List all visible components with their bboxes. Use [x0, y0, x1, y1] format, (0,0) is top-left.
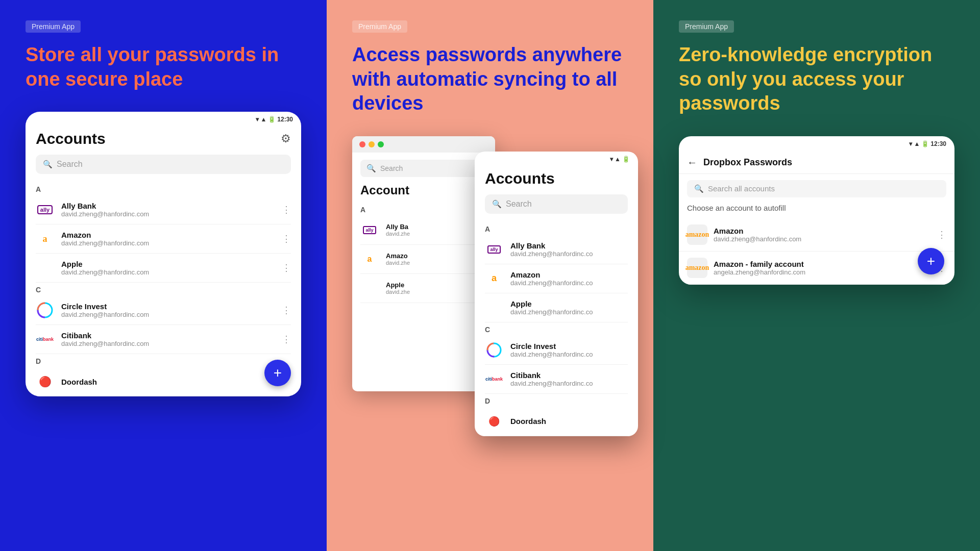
circle-item-left[interactable]: Circle Invest david.zheng@hanfordinc.com…	[36, 296, 291, 325]
left-phone-content: Accounts ⚙ 🔍 Search A ally Ally Bank dav…	[26, 125, 301, 396]
right-battery-icon: 🔋	[921, 140, 929, 147]
mid-amazon-logo: a	[485, 269, 503, 288]
desktop-search-bar[interactable]: 🔍 Search	[360, 160, 487, 177]
back-arrow-icon[interactable]: ←	[687, 157, 697, 168]
mid-citi-info: Citibank david.zheng@hanfordinc.co	[510, 371, 628, 387]
circle-logo-left	[36, 301, 54, 319]
section-d-middle: D	[485, 394, 628, 407]
doordash-logo-left: 🔴	[36, 372, 54, 391]
dropbox-title: Dropbox Passwords	[703, 157, 792, 168]
close-dot[interactable]	[359, 141, 365, 147]
left-search-icon: 🔍	[43, 160, 53, 169]
citi-item-left[interactable]: citibank Citibank david.zheng@hanfordinc…	[36, 325, 291, 354]
left-fab-button[interactable]: +	[264, 360, 291, 386]
right-search-bar[interactable]: 🔍 Search all accounts	[687, 180, 946, 197]
amazon-item-left[interactable]: a Amazon david.zheng@hanfordinc.com ⋮	[36, 224, 291, 254]
minimize-dot[interactable]	[369, 141, 375, 147]
amazon-family-autofill-icon: amazon	[687, 258, 707, 278]
ally-dots-left[interactable]: ⋮	[282, 204, 291, 215]
left-search-text: Search	[57, 160, 83, 169]
middle-search-bar[interactable]: 🔍 Search	[485, 194, 628, 214]
citi-dots-left[interactable]: ⋮	[282, 334, 291, 345]
mid-apple-info: Apple david.zheng@hanfordinc.co	[510, 299, 628, 316]
mid-battery-icon: 🔋	[622, 156, 630, 163]
maximize-dot[interactable]	[378, 141, 384, 147]
right-phone-mockup: ▾ ▲ 🔋 12:30 ← Dropbox Passwords 🔍 Search…	[679, 136, 954, 285]
doordash-item-left[interactable]: 🔴 Doordash	[36, 367, 291, 396]
mid-circle-item[interactable]: Circle Invest david.zheng@hanfordinc.co	[485, 336, 628, 365]
mid-citi-item[interactable]: citibank Citibank david.zheng@hanfordinc…	[485, 365, 628, 394]
mid-ally-item[interactable]: ally Ally Bank david.zheng@hanfordinc.co	[485, 235, 628, 264]
left-search-bar[interactable]: 🔍 Search	[36, 155, 291, 174]
mid-apple-logo	[485, 298, 503, 317]
mid-apple-item[interactable]: Apple david.zheng@hanfordinc.co	[485, 293, 628, 322]
left-time: 12:30	[277, 116, 293, 123]
amazon-family-autofill-item[interactable]: amazon Amazon - family account angela.zh…	[679, 252, 954, 285]
left-accounts-header: Accounts ⚙	[36, 125, 291, 155]
amazon-autofill-dots[interactable]: ⋮	[937, 229, 946, 240]
desktop-accounts-title: Account	[360, 183, 487, 197]
mid-signal-icon: ▲	[615, 156, 621, 163]
desktop-ally-logo: ally	[360, 221, 379, 239]
mid-wifi-icon: ▾	[610, 156, 613, 163]
section-c-middle: C	[485, 322, 628, 336]
desktop-search-text: Search	[380, 164, 403, 172]
section-a-middle: A	[485, 222, 628, 235]
wifi-icon: ▾	[256, 116, 259, 123]
apple-dots-left[interactable]: ⋮	[282, 262, 291, 273]
left-panel: Premium App Store all your passwords in …	[0, 0, 327, 551]
left-status-bar: ▾ ▲ 🔋 12:30	[26, 112, 301, 125]
left-accounts-title: Accounts	[36, 130, 106, 147]
section-c-left: C	[36, 283, 291, 296]
desktop-apple-item[interactable]: Apple david.zhe	[360, 274, 487, 303]
left-fab-icon: +	[274, 365, 282, 381]
desktop-search-icon: 🔍	[366, 164, 376, 173]
mid-doordash-info: Doordash	[510, 417, 628, 425]
middle-status-bar: ▾ ▲ 🔋	[475, 152, 638, 165]
mid-doordash-logo: 🔴	[485, 412, 503, 431]
middle-phone-content: Accounts 🔍 Search A ally Ally Bank david…	[475, 165, 638, 436]
right-status-icons: ▾ ▲ 🔋 12:30	[909, 140, 946, 147]
mid-ally-logo: ally	[485, 240, 503, 259]
battery-icon: 🔋	[268, 116, 276, 123]
apple-item-left[interactable]: Apple david.zheng@hanfordinc.com ⋮	[36, 254, 291, 283]
right-search-text: Search all accounts	[708, 184, 775, 193]
right-wifi-icon: ▾	[909, 140, 912, 147]
middle-search-text: Search	[506, 199, 532, 209]
right-search-icon: 🔍	[694, 184, 704, 193]
mid-circle-info: Circle Invest david.zheng@hanfordinc.co	[510, 342, 628, 358]
citi-logo-left: citibank	[36, 330, 54, 348]
desktop-mockup: 🔍 Search Account A ally Ally Ba david.zh…	[352, 136, 495, 391]
desktop-ally-item[interactable]: ally Ally Ba david.zhe	[360, 216, 487, 245]
premium-badge-right: Premium App	[679, 20, 734, 33]
desktop-titlebar	[352, 136, 495, 153]
amazon-family-autofill-info: Amazon - family account angela.zheng@han…	[714, 260, 931, 276]
right-fab-button[interactable]: +	[918, 248, 944, 274]
amazon-autofill-item[interactable]: amazon Amazon david.zheng@hanfordinc.com…	[679, 218, 954, 252]
premium-badge-middle: Premium App	[352, 20, 407, 33]
desktop-section-a: A	[360, 203, 487, 216]
premium-badge-left: Premium App	[26, 20, 81, 33]
section-d-left: D	[36, 354, 291, 367]
mid-doordash-item[interactable]: 🔴 Doordash	[485, 407, 628, 436]
gear-icon[interactable]: ⚙	[281, 132, 291, 145]
left-phone-mockup: ▾ ▲ 🔋 12:30 Accounts ⚙ 🔍 Search A	[26, 112, 301, 396]
mid-amazon-info: Amazon david.zheng@hanfordinc.co	[510, 270, 628, 287]
desktop-amazon-info: Amazo david.zhe	[386, 252, 487, 266]
amazon-dots-left[interactable]: ⋮	[282, 233, 291, 244]
section-a-left: A	[36, 182, 291, 195]
mid-circle-logo	[485, 341, 503, 359]
desktop-amazon-item[interactable]: a Amazo david.zhe	[360, 245, 487, 274]
circle-dots-left[interactable]: ⋮	[282, 305, 291, 316]
amazon-logo-left: a	[36, 230, 54, 248]
desktop-content: 🔍 Search Account A ally Ally Ba david.zh…	[352, 153, 495, 310]
right-panel: Premium App Zero-knowledge encryption so…	[653, 0, 980, 551]
left-panel-title: Store all your passwords in one secure p…	[26, 43, 301, 91]
signal-icon: ▲	[260, 116, 266, 123]
amazon-info-left: Amazon david.zheng@hanfordinc.com	[61, 231, 275, 247]
amazon-autofill-icon: amazon	[687, 224, 707, 245]
dropbox-header: ← Dropbox Passwords	[679, 149, 954, 174]
ally-bank-item-left[interactable]: ally Ally Bank david.zheng@hanfordinc.co…	[36, 195, 291, 224]
mid-amazon-item[interactable]: a Amazon david.zheng@hanfordinc.co	[485, 264, 628, 293]
middle-accounts-header: Accounts	[485, 165, 628, 194]
